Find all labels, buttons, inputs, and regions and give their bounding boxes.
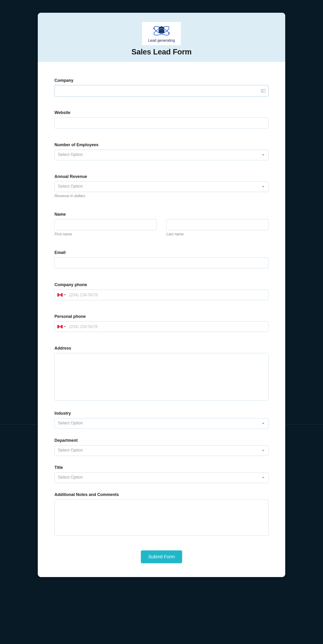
form-header: Lead generating Sales Lead Form: [38, 13, 285, 62]
address-label: Address: [54, 346, 268, 351]
employees-select[interactable]: Select Option: [54, 150, 268, 160]
revenue-label: Annual Revenue: [54, 174, 268, 179]
chevron-down-icon: [64, 326, 66, 327]
first-name-helper: First name: [54, 232, 157, 236]
canada-flag-icon: [58, 325, 62, 328]
field-notes: Additional Notes and Comments: [54, 492, 268, 536]
contact-card-icon: [261, 89, 265, 92]
title-select[interactable]: Select Option: [54, 472, 268, 483]
first-name-input[interactable]: [54, 219, 157, 230]
revenue-helper: Revenue in dollars: [54, 194, 268, 198]
submit-button[interactable]: Submit Form: [141, 550, 182, 563]
name-label: Name: [54, 212, 268, 217]
industry-select[interactable]: Select Option: [54, 418, 268, 429]
field-company: Company: [54, 78, 268, 96]
personal-phone-label: Personal phone: [54, 314, 268, 319]
logo-icon: [152, 24, 171, 37]
page-title: Sales Lead Form: [42, 48, 280, 56]
canada-flag-icon: [58, 293, 62, 296]
country-flag-selector[interactable]: [58, 293, 66, 296]
email-input[interactable]: [54, 257, 268, 268]
department-label: Department: [54, 438, 268, 443]
notes-label: Additional Notes and Comments: [54, 492, 268, 497]
notes-textarea[interactable]: [54, 500, 268, 536]
field-address: Address: [54, 346, 268, 402]
company-phone-input[interactable]: [69, 292, 266, 298]
field-company-phone: Company phone: [54, 282, 268, 300]
field-department: Department Select Option: [54, 438, 268, 456]
field-employees: Number of Employees Select Option: [54, 142, 268, 160]
submit-wrap: Submit Form: [54, 550, 268, 563]
company-label: Company: [54, 78, 268, 83]
employees-label: Number of Employees: [54, 142, 268, 147]
industry-label: Industry: [54, 411, 268, 416]
department-select[interactable]: Select Option: [54, 445, 268, 456]
form-body: Company Website Number of Employees Sele…: [38, 62, 285, 577]
form-card: Lead generating Sales Lead Form Company …: [38, 13, 285, 577]
address-textarea[interactable]: [54, 353, 268, 401]
field-title: Title Select Option: [54, 465, 268, 483]
field-email: Email: [54, 250, 268, 268]
field-name: Name First name Last name: [54, 212, 268, 236]
field-website: Website: [54, 110, 268, 128]
svg-rect-9: [162, 30, 164, 33]
website-label: Website: [54, 110, 268, 115]
field-industry: Industry Select Option: [54, 411, 268, 429]
field-personal-phone: Personal phone: [54, 314, 268, 332]
email-label: Email: [54, 250, 268, 255]
svg-point-2: [154, 28, 155, 29]
revenue-select[interactable]: Select Option: [54, 182, 268, 192]
logo: Lead generating: [142, 22, 181, 45]
logo-text: Lead generating: [148, 38, 175, 42]
last-name-helper: Last name: [166, 232, 268, 236]
field-revenue: Annual Revenue Select Option Revenue in …: [54, 174, 268, 198]
svg-point-3: [168, 32, 170, 34]
last-name-input[interactable]: [166, 219, 268, 230]
country-flag-selector[interactable]: [58, 325, 66, 328]
title-label: Title: [54, 465, 268, 470]
company-phone-wrap: [54, 290, 268, 300]
personal-phone-input[interactable]: [69, 324, 266, 329]
website-input[interactable]: [54, 118, 268, 128]
personal-phone-wrap: [54, 321, 268, 332]
svg-point-8: [162, 27, 164, 29]
company-input[interactable]: [54, 85, 268, 96]
chevron-down-icon: [64, 294, 66, 295]
company-phone-label: Company phone: [54, 282, 268, 287]
